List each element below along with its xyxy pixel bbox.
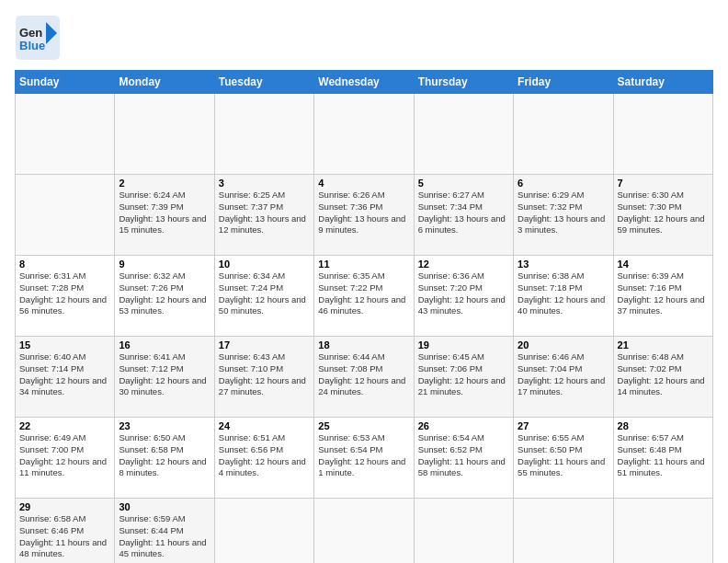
calendar-table: Sunday Monday Tuesday Wednesday Thursday… xyxy=(15,70,713,563)
day-number: 20 xyxy=(518,339,609,350)
day-info: Sunrise: 6:35 AM Sunset: 7:22 PM Dayligh… xyxy=(318,270,409,317)
day-number: 12 xyxy=(418,259,509,270)
day-number: 21 xyxy=(618,339,709,350)
col-monday: Monday xyxy=(115,71,214,94)
table-row xyxy=(414,94,513,175)
day-info: Sunrise: 6:41 AM Sunset: 7:12 PM Dayligh… xyxy=(119,351,210,398)
day-number: 26 xyxy=(418,420,509,431)
table-row: 15 Sunrise: 6:40 AM Sunset: 7:14 PM Dayl… xyxy=(16,337,115,418)
table-row: 16 Sunrise: 6:41 AM Sunset: 7:12 PM Dayl… xyxy=(115,337,214,418)
col-saturday: Saturday xyxy=(613,71,712,94)
table-row: 22 Sunrise: 6:49 AM Sunset: 7:00 PM Dayl… xyxy=(16,418,115,499)
day-info: Sunrise: 6:24 AM Sunset: 7:39 PM Dayligh… xyxy=(119,190,210,236)
table-row: 29 Sunrise: 6:58 AM Sunset: 6:46 PM Dayl… xyxy=(16,499,115,564)
table-row: 14 Sunrise: 6:39 AM Sunset: 7:16 PM Dayl… xyxy=(613,256,712,337)
day-info: Sunrise: 6:38 AM Sunset: 7:18 PM Dayligh… xyxy=(518,270,609,317)
day-number: 4 xyxy=(318,178,409,189)
day-info: Sunrise: 6:34 AM Sunset: 7:24 PM Dayligh… xyxy=(219,270,310,317)
table-row: 25 Sunrise: 6:53 AM Sunset: 6:54 PM Dayl… xyxy=(314,418,414,499)
table-row: 8 Sunrise: 6:31 AM Sunset: 7:28 PM Dayli… xyxy=(16,256,115,337)
day-number: 15 xyxy=(19,339,110,350)
calendar-header: Sunday Monday Tuesday Wednesday Thursday… xyxy=(16,71,713,94)
table-row: 10 Sunrise: 6:34 AM Sunset: 7:24 PM Dayl… xyxy=(214,256,313,337)
table-row: 5 Sunrise: 6:27 AM Sunset: 7:34 PM Dayli… xyxy=(414,175,513,256)
table-row: 17 Sunrise: 6:43 AM Sunset: 7:10 PM Dayl… xyxy=(214,337,313,418)
day-number: 3 xyxy=(219,178,310,189)
calendar-week-0 xyxy=(16,94,713,175)
calendar-week-4: 22 Sunrise: 6:49 AM Sunset: 7:00 PM Dayl… xyxy=(16,418,713,499)
table-row: 24 Sunrise: 6:51 AM Sunset: 6:56 PM Dayl… xyxy=(214,418,313,499)
day-info: Sunrise: 6:30 AM Sunset: 7:30 PM Dayligh… xyxy=(618,190,709,236)
day-number: 8 xyxy=(19,259,110,270)
day-info: Sunrise: 6:39 AM Sunset: 7:16 PM Dayligh… xyxy=(618,270,709,317)
calendar-week-1: 2 Sunrise: 6:24 AM Sunset: 7:39 PM Dayli… xyxy=(16,175,713,256)
page: Gen Blue Sunday Monday Tuesday Wednesday… xyxy=(0,0,728,563)
table-row: 11 Sunrise: 6:35 AM Sunset: 7:22 PM Dayl… xyxy=(314,256,414,337)
day-info: Sunrise: 6:55 AM Sunset: 6:50 PM Dayligh… xyxy=(518,432,609,479)
calendar-week-5: 29 Sunrise: 6:58 AM Sunset: 6:46 PM Dayl… xyxy=(16,499,713,564)
table-row: 26 Sunrise: 6:54 AM Sunset: 6:52 PM Dayl… xyxy=(414,418,513,499)
logo: Gen Blue xyxy=(15,15,61,61)
table-row xyxy=(214,94,313,175)
day-number: 27 xyxy=(518,420,609,431)
day-info: Sunrise: 6:50 AM Sunset: 6:58 PM Dayligh… xyxy=(119,432,210,479)
table-row: 19 Sunrise: 6:45 AM Sunset: 7:06 PM Dayl… xyxy=(414,337,513,418)
day-number: 29 xyxy=(19,501,110,512)
day-number: 19 xyxy=(418,339,509,350)
table-row: 23 Sunrise: 6:50 AM Sunset: 6:58 PM Dayl… xyxy=(115,418,214,499)
table-row: 21 Sunrise: 6:48 AM Sunset: 7:02 PM Dayl… xyxy=(613,337,712,418)
col-friday: Friday xyxy=(514,71,613,94)
day-info: Sunrise: 6:51 AM Sunset: 6:56 PM Dayligh… xyxy=(219,432,310,479)
table-row: 2 Sunrise: 6:24 AM Sunset: 7:39 PM Dayli… xyxy=(115,175,214,256)
calendar-week-2: 8 Sunrise: 6:31 AM Sunset: 7:28 PM Dayli… xyxy=(16,256,713,337)
table-row: 12 Sunrise: 6:36 AM Sunset: 7:20 PM Dayl… xyxy=(414,256,513,337)
day-info: Sunrise: 6:26 AM Sunset: 7:36 PM Dayligh… xyxy=(318,190,409,236)
day-info: Sunrise: 6:45 AM Sunset: 7:06 PM Dayligh… xyxy=(418,351,509,398)
day-info: Sunrise: 6:40 AM Sunset: 7:14 PM Dayligh… xyxy=(19,351,110,398)
day-number: 22 xyxy=(19,420,110,431)
table-row xyxy=(613,499,712,564)
table-row: 20 Sunrise: 6:46 AM Sunset: 7:04 PM Dayl… xyxy=(514,337,613,418)
table-row xyxy=(414,499,513,564)
day-number: 24 xyxy=(219,420,310,431)
day-number: 23 xyxy=(119,420,210,431)
day-info: Sunrise: 6:49 AM Sunset: 7:00 PM Dayligh… xyxy=(19,432,110,479)
day-info: Sunrise: 6:53 AM Sunset: 6:54 PM Dayligh… xyxy=(318,432,409,479)
day-info: Sunrise: 6:36 AM Sunset: 7:20 PM Dayligh… xyxy=(418,270,509,317)
generalblue-logo-icon: Gen Blue xyxy=(15,15,61,61)
table-row xyxy=(314,499,414,564)
day-number: 30 xyxy=(119,501,210,512)
day-number: 7 xyxy=(618,178,709,189)
day-number: 11 xyxy=(318,259,409,270)
table-row: 18 Sunrise: 6:44 AM Sunset: 7:08 PM Dayl… xyxy=(314,337,414,418)
table-row: 9 Sunrise: 6:32 AM Sunset: 7:26 PM Dayli… xyxy=(115,256,214,337)
col-thursday: Thursday xyxy=(414,71,513,94)
day-info: Sunrise: 6:44 AM Sunset: 7:08 PM Dayligh… xyxy=(318,351,409,398)
col-wednesday: Wednesday xyxy=(314,71,414,94)
day-number: 5 xyxy=(418,178,509,189)
table-row xyxy=(314,94,414,175)
col-tuesday: Tuesday xyxy=(214,71,313,94)
day-info: Sunrise: 6:57 AM Sunset: 6:48 PM Dayligh… xyxy=(618,432,709,479)
day-info: Sunrise: 6:25 AM Sunset: 7:37 PM Dayligh… xyxy=(219,190,310,236)
header-row: Sunday Monday Tuesday Wednesday Thursday… xyxy=(16,71,713,94)
table-row: 28 Sunrise: 6:57 AM Sunset: 6:48 PM Dayl… xyxy=(613,418,712,499)
day-info: Sunrise: 6:59 AM Sunset: 6:44 PM Dayligh… xyxy=(119,513,210,560)
table-row xyxy=(16,94,115,175)
table-row xyxy=(514,499,613,564)
table-row: 4 Sunrise: 6:26 AM Sunset: 7:36 PM Dayli… xyxy=(314,175,414,256)
svg-text:Gen: Gen xyxy=(19,26,42,40)
day-info: Sunrise: 6:48 AM Sunset: 7:02 PM Dayligh… xyxy=(618,351,709,398)
table-row xyxy=(16,175,115,256)
day-info: Sunrise: 6:58 AM Sunset: 6:46 PM Dayligh… xyxy=(19,513,110,560)
day-info: Sunrise: 6:46 AM Sunset: 7:04 PM Dayligh… xyxy=(518,351,609,398)
day-info: Sunrise: 6:31 AM Sunset: 7:28 PM Dayligh… xyxy=(19,270,110,317)
day-info: Sunrise: 6:27 AM Sunset: 7:34 PM Dayligh… xyxy=(418,190,509,236)
day-number: 25 xyxy=(318,420,409,431)
day-number: 2 xyxy=(119,178,210,189)
table-row: 3 Sunrise: 6:25 AM Sunset: 7:37 PM Dayli… xyxy=(214,175,313,256)
day-number: 13 xyxy=(518,259,609,270)
day-number: 28 xyxy=(618,420,709,431)
day-number: 10 xyxy=(219,259,310,270)
table-row xyxy=(115,94,214,175)
